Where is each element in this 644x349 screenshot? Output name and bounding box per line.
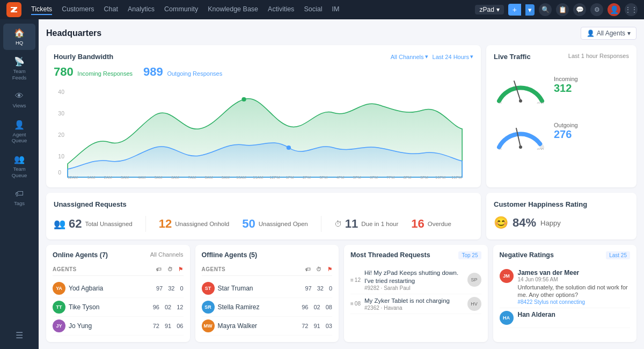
outgoing-gauge: 0 400: [494, 112, 547, 150]
notifications-icon[interactable]: 📋: [556, 3, 569, 16]
nav-chat[interactable]: Chat: [104, 4, 118, 15]
negative-header: Negative Ratings Last 25: [500, 251, 631, 261]
online-agent-row: YA Yod Agbaria 97 32 0: [53, 279, 184, 298]
bottom-grid: Online Agents (7) All Channels AGENTS 🏷 …: [46, 245, 636, 342]
views-icon: 👁: [15, 91, 24, 101]
bandwidth-card: Hourly Bandwidth All Channels ▾ Last 24 …: [46, 45, 481, 187]
offline-stats-3: 72 91 03: [302, 323, 332, 329]
threaded-badge: Top 25: [458, 251, 481, 259]
offline-agents-header: Offline Agents (5): [202, 251, 333, 261]
stat-divider-1: [145, 216, 146, 232]
all-agents-button[interactable]: 👤 All Agents ▾: [581, 27, 636, 40]
negative-row-1: JM James van der Meer 14 Jun 09:56 AM Un…: [500, 266, 631, 308]
threaded-row-2: ≡ 08 My Zyker Tablet is not charging #23…: [350, 294, 481, 314]
happiness-content: 😊 84% Happy: [494, 216, 629, 230]
sidebar-item-team-feeds[interactable]: 📡 Team Feeds: [3, 52, 35, 85]
negative-msg-1: Unfortunately, the solution did not work…: [518, 283, 631, 299]
bandwidth-chart: 40 30 20 10 0: [54, 83, 473, 180]
nav-community[interactable]: Community: [164, 4, 198, 15]
agents-col-label: AGENTS: [53, 266, 77, 272]
outgoing-gauge-value: 276: [554, 128, 578, 141]
sidebar-item-team-queue[interactable]: 👥 Team Queue: [3, 150, 35, 183]
add-dropdown-button[interactable]: ▾: [525, 4, 535, 16]
nav-items: Tickets Customers Chat Analytics Communi…: [31, 4, 465, 15]
live-traffic-card: Live Traffic Last 1 hour Responses 0: [486, 45, 636, 187]
team-queue-icon: 👥: [14, 154, 25, 164]
sidebar: 🏠 HQ 📡 Team Feeds 👁 Views 👤 Agent Queue …: [0, 19, 39, 349]
svg-text:7PM: 7PM: [386, 176, 394, 180]
channels-filter[interactable]: All Channels ▾: [391, 53, 428, 60]
thread-rank-1: ≡ 12: [350, 277, 360, 283]
incoming-gauge-info: Incoming 312: [554, 76, 578, 94]
nav-im[interactable]: IM: [332, 4, 339, 15]
sidebar-label-tags: Tags: [14, 200, 25, 206]
svg-text:10: 10: [58, 154, 64, 159]
nav-analytics[interactable]: Analytics: [128, 4, 155, 15]
nav-customers[interactable]: Customers: [62, 4, 94, 15]
gauge-section: 0 400 Incoming 312: [494, 66, 629, 150]
negative-content-1: James van der Meer 14 Jun 09:56 AM Unfor…: [518, 269, 631, 305]
nav-tickets[interactable]: Tickets: [31, 4, 52, 15]
settings-icon[interactable]: ⚙: [590, 3, 603, 16]
apps-icon[interactable]: ⋮⋮: [625, 3, 638, 16]
unassigned-title: Unassigned Requests: [54, 200, 473, 208]
agent-stats-1: 97 32 0: [156, 285, 184, 292]
agent-stats-3: 72 91 06: [153, 323, 184, 329]
page-header: Headquarters 👤 All Agents ▾: [46, 27, 636, 40]
unassigned-stats: 👥 62 Total Unassigned 12 Unassigned Onho…: [54, 216, 473, 232]
offline-name-2: Stella Ramirez: [218, 303, 299, 311]
threaded-header: Most Threaded Requests Top 25: [350, 251, 481, 261]
sidebar-item-views[interactable]: 👁 Views: [3, 87, 35, 113]
sidebar-label-agent-queue: Agent Queue: [5, 132, 33, 144]
svg-text:400: 400: [537, 147, 544, 150]
offline-agent-row: ST Star Truman 97 32 0: [202, 279, 333, 298]
sidebar-item-hq[interactable]: 🏠 HQ: [3, 24, 35, 50]
negative-name-2: Han Alderan: [518, 311, 631, 318]
svg-point-32: [519, 99, 522, 103]
online-agents-title: Online Agents (7): [53, 251, 108, 259]
online-agents-channel: All Channels: [150, 251, 184, 258]
negative-title: Negative Ratings: [500, 251, 554, 259]
agent-avatar-2: TT: [53, 301, 65, 314]
happiness-title: Customer Happiness Rating: [494, 200, 629, 208]
online-agent-row: JY Jo Yung 72 91 06: [53, 317, 184, 336]
offline-stats-2: 96 02 08: [302, 304, 332, 310]
sidebar-item-tags[interactable]: 🏷 Tags: [3, 185, 35, 210]
smiley-icon: 😊: [494, 216, 508, 230]
nav-activities[interactable]: Activities: [268, 4, 294, 15]
svg-text:1AM: 1AM: [87, 176, 96, 180]
svg-text:12AM: 12AM: [68, 176, 78, 180]
zpad-selector[interactable]: zPad ▾: [475, 5, 503, 14]
hamburger-icon: ☰: [16, 330, 23, 340]
svg-text:8PM: 8PM: [404, 176, 412, 180]
offline-col-icon-2: ⏱: [316, 266, 322, 272]
svg-text:20: 20: [58, 132, 64, 138]
chat-icon[interactable]: 💬: [573, 3, 586, 16]
thread-content-2: My Zyker Tablet is not charging #2362 · …: [364, 297, 463, 311]
svg-text:3AM: 3AM: [121, 176, 129, 180]
svg-text:12PM: 12PM: [269, 176, 280, 180]
add-button[interactable]: +: [508, 4, 521, 16]
sidebar-item-agent-queue[interactable]: 👤 Agent Queue: [3, 115, 35, 148]
thread-meta-2: #2362 · Havana: [364, 305, 463, 311]
nav-social[interactable]: Social: [304, 4, 322, 15]
main-content: Headquarters 👤 All Agents ▾ Hourly Bandw…: [39, 19, 644, 349]
sidebar-label-views: Views: [12, 103, 26, 108]
user-avatar[interactable]: 👤: [608, 3, 620, 16]
agent-avatar-3: JY: [53, 319, 65, 332]
nav-knowledge-base[interactable]: Knowledge Base: [208, 4, 258, 15]
search-icon[interactable]: 🔍: [539, 3, 552, 16]
svg-text:2PM: 2PM: [303, 176, 311, 180]
agent-queue-icon: 👤: [14, 120, 25, 130]
sidebar-menu-button[interactable]: ☰: [3, 326, 35, 345]
offline-agents-col-header: AGENTS 🏷 ⏱ ⚑: [202, 266, 333, 276]
total-num: 62: [69, 217, 82, 231]
svg-text:9PM: 9PM: [420, 176, 428, 180]
time-filter[interactable]: Last 24 Hours ▾: [433, 53, 473, 60]
offline-avatar-1: ST: [202, 282, 215, 295]
total-icon: 👥: [54, 218, 65, 230]
svg-text:5AM: 5AM: [155, 176, 163, 180]
stat-divider-2: [321, 216, 321, 232]
offline-agents-col-label: AGENTS: [202, 266, 226, 272]
svg-text:2AM: 2AM: [104, 176, 112, 180]
